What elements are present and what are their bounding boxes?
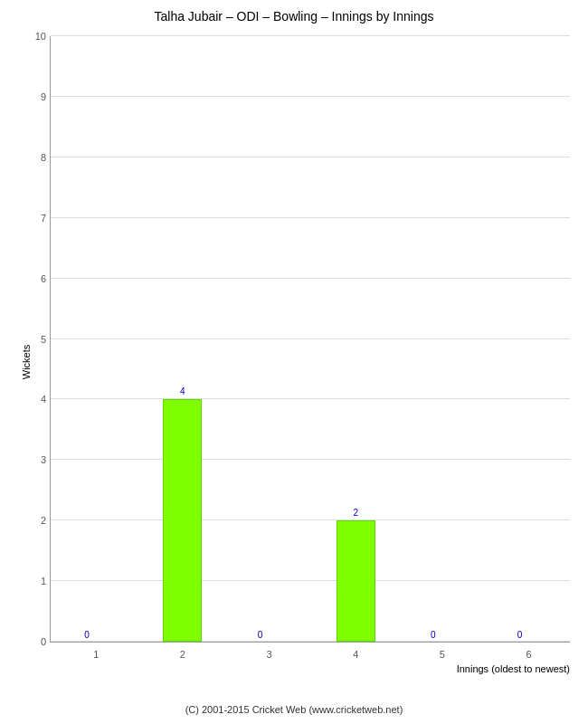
grid-line bbox=[51, 217, 570, 218]
chart-area: 012345678910014203240506 bbox=[50, 36, 570, 643]
x-tick-label: 4 bbox=[353, 649, 358, 660]
y-tick-label: 0 bbox=[41, 636, 51, 647]
y-axis-label: Wickets bbox=[21, 345, 32, 380]
x-tick-label: 5 bbox=[440, 649, 445, 660]
y-tick-label: 6 bbox=[41, 273, 51, 284]
bar-zero-label: 0 bbox=[84, 630, 90, 640]
grid-line bbox=[51, 278, 570, 279]
bar-zero-label: 0 bbox=[517, 630, 523, 640]
bar-zero-label: 0 bbox=[431, 630, 436, 640]
grid-line bbox=[51, 35, 570, 36]
chart-container: Talha Jubair – ODI – Bowling – Innings b… bbox=[0, 0, 588, 724]
bar-value-label: 2 bbox=[337, 508, 375, 518]
bar-value-label: 4 bbox=[163, 386, 202, 396]
x-tick-label: 3 bbox=[266, 649, 271, 660]
grid-line bbox=[51, 580, 570, 581]
y-tick-label: 4 bbox=[41, 394, 51, 405]
grid-line bbox=[51, 96, 570, 97]
y-tick-label: 7 bbox=[41, 213, 51, 224]
grid-line bbox=[51, 641, 570, 642]
chart-title: Talha Jubair – ODI – Bowling – Innings b… bbox=[0, 0, 588, 28]
grid-line bbox=[51, 398, 570, 399]
x-axis-label: Innings (oldest to newest) bbox=[457, 663, 570, 674]
bar bbox=[163, 399, 202, 642]
grid-line bbox=[51, 519, 570, 520]
grid-line bbox=[51, 459, 570, 460]
footer: (C) 2001-2015 Cricket Web (www.cricketwe… bbox=[0, 704, 588, 715]
x-tick-label: 6 bbox=[526, 649, 531, 660]
bar bbox=[337, 520, 375, 642]
y-tick-label: 1 bbox=[41, 576, 51, 586]
y-tick-label: 2 bbox=[41, 515, 51, 526]
x-tick-label: 1 bbox=[93, 649, 99, 660]
bar-zero-label: 0 bbox=[258, 630, 263, 640]
y-tick-label: 9 bbox=[41, 91, 51, 102]
x-tick-label: 2 bbox=[180, 649, 185, 660]
y-tick-label: 5 bbox=[41, 334, 51, 345]
y-tick-label: 3 bbox=[41, 454, 51, 465]
y-tick-label: 8 bbox=[41, 152, 51, 163]
grid-line bbox=[51, 157, 570, 157]
y-tick-label: 10 bbox=[35, 31, 51, 42]
grid-line bbox=[51, 338, 570, 339]
